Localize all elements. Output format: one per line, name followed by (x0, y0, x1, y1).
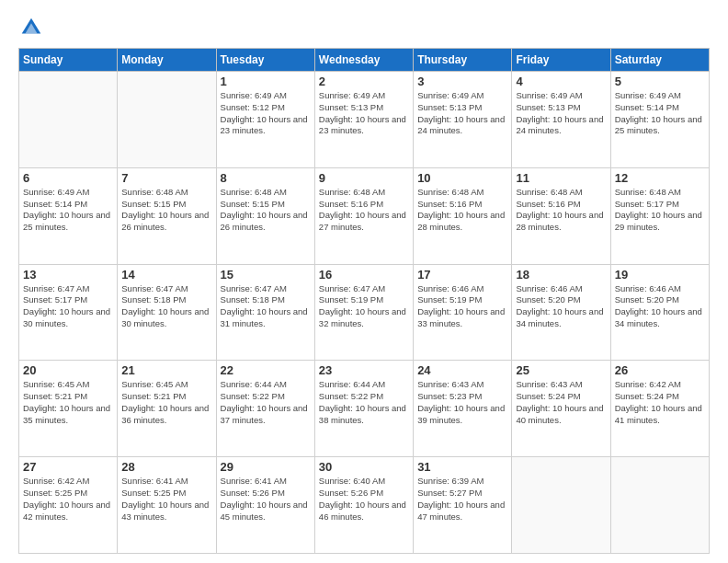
day-number: 22 (221, 363, 311, 377)
calendar-cell: 12Sunrise: 6:48 AM Sunset: 5:17 PM Dayli… (610, 167, 709, 264)
calendar-cell: 13Sunrise: 6:47 AM Sunset: 5:17 PM Dayli… (19, 264, 118, 361)
day-info: Sunrise: 6:41 AM Sunset: 5:26 PM Dayligh… (221, 476, 311, 523)
calendar-week-5: 27Sunrise: 6:42 AM Sunset: 5:25 PM Dayli… (19, 457, 710, 554)
day-number: 15 (221, 268, 311, 282)
calendar-cell (512, 457, 610, 554)
day-number: 28 (121, 460, 211, 474)
calendar-week-2: 6Sunrise: 6:49 AM Sunset: 5:14 PM Daylig… (19, 167, 710, 264)
calendar-cell: 14Sunrise: 6:47 AM Sunset: 5:18 PM Dayli… (118, 264, 216, 361)
calendar-cell: 18Sunrise: 6:46 AM Sunset: 5:20 PM Dayli… (512, 264, 610, 361)
day-number: 20 (23, 363, 113, 377)
calendar-cell: 30Sunrise: 6:40 AM Sunset: 5:26 PM Dayli… (314, 457, 413, 554)
day-number: 17 (417, 268, 507, 282)
day-header-saturday: Saturday (610, 49, 709, 72)
day-info: Sunrise: 6:46 AM Sunset: 5:20 PM Dayligh… (615, 283, 705, 330)
calendar-cell: 28Sunrise: 6:41 AM Sunset: 5:25 PM Dayli… (118, 457, 216, 554)
day-number: 8 (221, 171, 311, 185)
day-info: Sunrise: 6:47 AM Sunset: 5:18 PM Dayligh… (221, 283, 311, 330)
calendar-cell: 24Sunrise: 6:43 AM Sunset: 5:23 PM Dayli… (414, 361, 512, 457)
day-header-monday: Monday (118, 49, 216, 72)
day-number: 18 (516, 268, 606, 282)
day-number: 2 (319, 75, 409, 88)
calendar-cell (19, 72, 118, 168)
calendar-cell: 1Sunrise: 6:49 AM Sunset: 5:12 PM Daylig… (216, 72, 314, 168)
calendar-cell: 7Sunrise: 6:48 AM Sunset: 5:15 PM Daylig… (118, 167, 216, 264)
calendar-cell: 23Sunrise: 6:44 AM Sunset: 5:22 PM Dayli… (314, 361, 413, 457)
day-info: Sunrise: 6:48 AM Sunset: 5:17 PM Dayligh… (615, 187, 705, 234)
day-number: 6 (23, 171, 113, 185)
day-header-friday: Friday (512, 49, 610, 72)
day-info: Sunrise: 6:46 AM Sunset: 5:20 PM Dayligh… (516, 283, 606, 330)
day-info: Sunrise: 6:49 AM Sunset: 5:13 PM Dayligh… (319, 90, 409, 137)
day-info: Sunrise: 6:49 AM Sunset: 5:14 PM Dayligh… (23, 187, 113, 234)
calendar-cell: 27Sunrise: 6:42 AM Sunset: 5:25 PM Dayli… (19, 457, 118, 554)
calendar-cell: 11Sunrise: 6:48 AM Sunset: 5:16 PM Dayli… (512, 167, 610, 264)
day-header-thursday: Thursday (414, 49, 512, 72)
logo-icon (18, 15, 44, 40)
day-info: Sunrise: 6:43 AM Sunset: 5:24 PM Dayligh… (516, 379, 606, 426)
calendar-cell: 5Sunrise: 6:49 AM Sunset: 5:14 PM Daylig… (610, 72, 709, 168)
day-number: 13 (23, 268, 113, 282)
calendar-cell: 10Sunrise: 6:48 AM Sunset: 5:16 PM Dayli… (414, 167, 512, 264)
day-info: Sunrise: 6:49 AM Sunset: 5:13 PM Dayligh… (516, 90, 606, 137)
day-number: 25 (516, 363, 606, 377)
day-info: Sunrise: 6:44 AM Sunset: 5:22 PM Dayligh… (319, 379, 409, 426)
calendar-cell (118, 72, 216, 168)
calendar-cell: 6Sunrise: 6:49 AM Sunset: 5:14 PM Daylig… (19, 167, 118, 264)
calendar-cell: 15Sunrise: 6:47 AM Sunset: 5:18 PM Dayli… (216, 264, 314, 361)
day-info: Sunrise: 6:48 AM Sunset: 5:15 PM Dayligh… (221, 187, 311, 234)
day-number: 29 (221, 460, 311, 474)
day-number: 12 (615, 171, 705, 185)
logo (18, 15, 48, 40)
day-info: Sunrise: 6:42 AM Sunset: 5:25 PM Dayligh… (23, 476, 113, 523)
day-number: 3 (417, 75, 507, 88)
calendar-cell: 17Sunrise: 6:46 AM Sunset: 5:19 PM Dayli… (414, 264, 512, 361)
calendar-table: SundayMondayTuesdayWednesdayThursdayFrid… (18, 48, 710, 554)
day-number: 7 (121, 171, 211, 185)
day-number: 21 (121, 363, 211, 377)
calendar-cell: 16Sunrise: 6:47 AM Sunset: 5:19 PM Dayli… (314, 264, 413, 361)
calendar-cell: 29Sunrise: 6:41 AM Sunset: 5:26 PM Dayli… (216, 457, 314, 554)
calendar-cell: 4Sunrise: 6:49 AM Sunset: 5:13 PM Daylig… (512, 72, 610, 168)
header (18, 15, 710, 40)
day-info: Sunrise: 6:39 AM Sunset: 5:27 PM Dayligh… (417, 476, 507, 523)
day-info: Sunrise: 6:48 AM Sunset: 5:15 PM Dayligh… (121, 187, 211, 234)
calendar-cell: 21Sunrise: 6:45 AM Sunset: 5:21 PM Dayli… (118, 361, 216, 457)
day-number: 5 (615, 75, 705, 88)
day-header-tuesday: Tuesday (216, 49, 314, 72)
day-info: Sunrise: 6:40 AM Sunset: 5:26 PM Dayligh… (319, 476, 409, 523)
day-number: 16 (319, 268, 409, 282)
day-number: 10 (417, 171, 507, 185)
day-number: 14 (121, 268, 211, 282)
calendar-week-3: 13Sunrise: 6:47 AM Sunset: 5:17 PM Dayli… (19, 264, 710, 361)
day-info: Sunrise: 6:41 AM Sunset: 5:25 PM Dayligh… (121, 476, 211, 523)
day-info: Sunrise: 6:44 AM Sunset: 5:22 PM Dayligh… (221, 379, 311, 426)
page: SundayMondayTuesdayWednesdayThursdayFrid… (0, 0, 728, 563)
calendar-cell: 2Sunrise: 6:49 AM Sunset: 5:13 PM Daylig… (314, 72, 413, 168)
calendar-cell: 3Sunrise: 6:49 AM Sunset: 5:13 PM Daylig… (414, 72, 512, 168)
day-info: Sunrise: 6:46 AM Sunset: 5:19 PM Dayligh… (417, 283, 507, 330)
day-number: 1 (221, 75, 311, 88)
calendar-header-row: SundayMondayTuesdayWednesdayThursdayFrid… (19, 49, 710, 72)
calendar-cell (610, 457, 709, 554)
day-number: 31 (417, 460, 507, 474)
day-info: Sunrise: 6:48 AM Sunset: 5:16 PM Dayligh… (516, 187, 606, 234)
day-number: 9 (319, 171, 409, 185)
calendar-cell: 19Sunrise: 6:46 AM Sunset: 5:20 PM Dayli… (610, 264, 709, 361)
day-number: 27 (23, 460, 113, 474)
day-info: Sunrise: 6:49 AM Sunset: 5:12 PM Dayligh… (221, 90, 311, 137)
day-info: Sunrise: 6:47 AM Sunset: 5:19 PM Dayligh… (319, 283, 409, 330)
day-info: Sunrise: 6:47 AM Sunset: 5:17 PM Dayligh… (23, 283, 113, 330)
calendar-cell: 26Sunrise: 6:42 AM Sunset: 5:24 PM Dayli… (610, 361, 709, 457)
day-info: Sunrise: 6:47 AM Sunset: 5:18 PM Dayligh… (121, 283, 211, 330)
day-info: Sunrise: 6:48 AM Sunset: 5:16 PM Dayligh… (417, 187, 507, 234)
calendar-cell: 9Sunrise: 6:48 AM Sunset: 5:16 PM Daylig… (314, 167, 413, 264)
calendar-cell: 8Sunrise: 6:48 AM Sunset: 5:15 PM Daylig… (216, 167, 314, 264)
day-info: Sunrise: 6:45 AM Sunset: 5:21 PM Dayligh… (23, 379, 113, 426)
calendar-cell: 20Sunrise: 6:45 AM Sunset: 5:21 PM Dayli… (19, 361, 118, 457)
day-number: 23 (319, 363, 409, 377)
day-info: Sunrise: 6:49 AM Sunset: 5:13 PM Dayligh… (417, 90, 507, 137)
calendar-cell: 25Sunrise: 6:43 AM Sunset: 5:24 PM Dayli… (512, 361, 610, 457)
calendar-cell: 31Sunrise: 6:39 AM Sunset: 5:27 PM Dayli… (414, 457, 512, 554)
day-number: 11 (516, 171, 606, 185)
